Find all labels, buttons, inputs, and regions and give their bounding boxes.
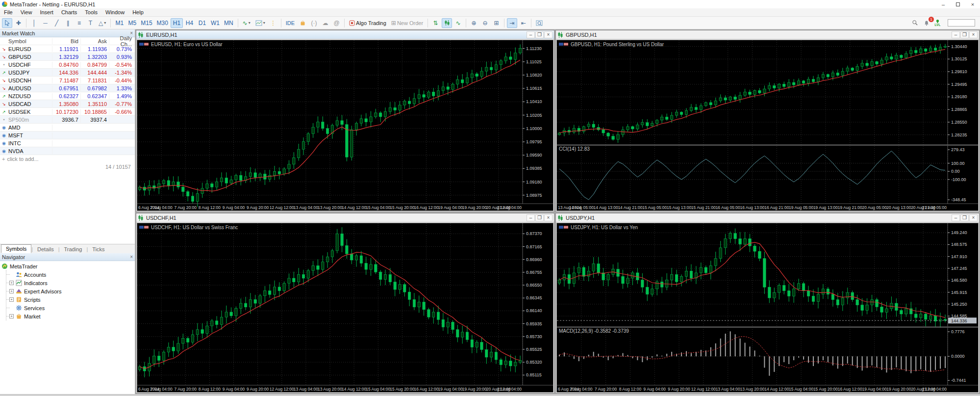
market-watch-row-audusd[interactable]: ↘AUDUSD0.679510.679821.33%: [0, 84, 135, 92]
timeframe-m15[interactable]: M15: [139, 18, 154, 28]
market-watch-row-usdcad[interactable]: ↘USDCAD1.350801.35110-0.77%: [0, 100, 135, 108]
timeframe-m1[interactable]: M1: [113, 18, 126, 28]
expand-icon[interactable]: +: [9, 297, 14, 302]
fibonacci-tool-button[interactable]: ≡: [74, 18, 84, 28]
shapes-tool-button[interactable]: △▾: [97, 18, 108, 28]
chart-canvas[interactable]: 0.873700.871650.869600.867550.865500.863…: [137, 223, 553, 393]
market-watch-row-eurusd[interactable]: ↘EURUSD1.119211.119360.73%: [0, 45, 135, 53]
sidebar-item-market[interactable]: +Market: [6, 312, 135, 320]
search-button[interactable]: [910, 18, 920, 28]
chart-close-button[interactable]: ×: [969, 31, 978, 38]
account-level-button[interactable]: LVL: [932, 18, 943, 28]
market-watch-row-usdsek[interactable]: ↗USDSEK10.1723010.18865-0.66%: [0, 108, 135, 116]
crosshair-tool-button[interactable]: ✚: [13, 18, 24, 28]
chart-close-button[interactable]: ×: [544, 214, 553, 221]
object-list-button[interactable]: ∿▾: [241, 18, 252, 28]
indicators-button[interactable]: ▾: [253, 18, 267, 28]
ide-button[interactable]: IDE: [284, 18, 297, 28]
market-watch-row-usdcnh[interactable]: ↘USDCNH7.114877.11831-0.44%: [0, 77, 135, 84]
timeframe-d1[interactable]: D1: [196, 18, 208, 28]
market-watch-add-row[interactable]: + click to add...: [0, 155, 135, 163]
chart-minimize-button[interactable]: –: [527, 214, 535, 221]
timeframe-mn[interactable]: MN: [222, 18, 235, 28]
signals-button[interactable]: (·): [309, 18, 319, 28]
channel-tool-button[interactable]: ∥: [63, 18, 73, 28]
market-watch-row-sp500m[interactable]: •SP500m3936.73937.4: [0, 116, 135, 124]
column-symbol[interactable]: Symbol: [8, 38, 52, 44]
zoom-out-button[interactable]: ⊖: [480, 18, 490, 28]
tab-details[interactable]: Details: [33, 245, 58, 253]
market-watch-row-msft[interactable]: ◉MSFT: [0, 132, 135, 139]
chart-window-eurusd[interactable]: EURUSD,H1 – ❐ × 1.112301.110251.108201.1…: [136, 30, 554, 212]
chart-profile-button[interactable]: [534, 18, 545, 28]
timeframe-m30[interactable]: M30: [155, 18, 170, 28]
chart-close-button[interactable]: ×: [969, 214, 978, 221]
chart-maximize-button[interactable]: ❐: [960, 31, 969, 38]
cloud-button[interactable]: ☁: [320, 18, 330, 28]
sidebar-item-expert-advisors[interactable]: +Expert Advisors: [6, 287, 135, 295]
chart-canvas[interactable]: 149.240148.575147.910147.245146.580145.9…: [556, 223, 979, 393]
menu-help[interactable]: Help: [128, 9, 148, 15]
zoom-in-button[interactable]: ⊕: [469, 18, 479, 28]
chart-maximize-button[interactable]: ❐: [960, 214, 969, 221]
chart-window-usdjpy[interactable]: USDJPY,H1 – ❐ × 149.240148.575147.910147…: [555, 213, 980, 394]
tile-windows-button[interactable]: ⊞: [491, 18, 502, 28]
chart-window-gbpusd[interactable]: GBPUSD,H1 – ❐ × 1.304401.301251.298101.2…: [555, 30, 980, 212]
sidebar-item-services[interactable]: Services: [6, 304, 135, 312]
chart-titlebar[interactable]: EURUSD,H1 – ❐ ×: [136, 30, 554, 39]
chart-titlebar[interactable]: GBPUSD,H1 – ❐ ×: [556, 30, 979, 39]
chart-window-usdchf[interactable]: USDCHF,H1 – ❐ × 0.873700.871650.869600.8…: [136, 213, 554, 394]
menu-view[interactable]: View: [17, 9, 36, 15]
market-watch-row-nvda[interactable]: ◉NVDA: [0, 147, 135, 155]
tab-symbols[interactable]: Symbols: [1, 244, 31, 253]
text-tool-button[interactable]: T: [85, 18, 96, 28]
timeframe-h4[interactable]: H4: [183, 18, 196, 28]
market-watch-row-nzdusd[interactable]: ↗NZDUSD0.623270.623471.49%: [0, 92, 135, 100]
notifications-button[interactable]: 1: [921, 18, 931, 28]
menu-charts[interactable]: Charts: [57, 9, 81, 15]
chart-minimize-button[interactable]: –: [952, 214, 960, 221]
navigator-root[interactable]: MetaTrader: [1, 262, 135, 270]
market-watch-column-header[interactable]: Symbol Bid Ask Daily Ch...: [0, 37, 135, 45]
column-ask[interactable]: Ask: [81, 38, 109, 44]
expand-icon[interactable]: +: [9, 281, 14, 285]
timeframe-w1[interactable]: W1: [209, 18, 222, 28]
new-order-button[interactable]: ⊞ New Order: [389, 18, 425, 28]
vertical-line-tool-button[interactable]: │: [29, 18, 39, 28]
trendline-tool-button[interactable]: ╱: [51, 18, 62, 28]
chart-maximize-button[interactable]: ❐: [535, 31, 544, 38]
sidebar-item-scripts[interactable]: +Scripts: [6, 295, 135, 304]
objects-dots-button[interactable]: ⋮: [268, 18, 278, 28]
chart-close-button[interactable]: ×: [544, 31, 553, 38]
timeframe-h1[interactable]: H1: [171, 18, 183, 28]
chart-canvas[interactable]: 1.304401.301251.298101.294951.291801.288…: [556, 40, 979, 211]
sidebar-item-accounts[interactable]: Accounts: [6, 270, 135, 279]
market-watch-row-amd[interactable]: ◉AMD: [0, 124, 135, 132]
auto-scroll-button[interactable]: ⇤: [518, 18, 528, 28]
chart-maximize-button[interactable]: ❐: [535, 214, 544, 221]
market-watch-row-usdchf[interactable]: •USDCHF0.847600.84799-0.54%: [0, 61, 135, 69]
chart-minimize-button[interactable]: –: [952, 31, 960, 38]
chart-canvas[interactable]: 1.112301.110251.108201.106151.104101.102…: [137, 40, 553, 211]
window-restore-button[interactable]: [951, 0, 965, 8]
chart-titlebar[interactable]: USDCHF,H1 – ❐ ×: [136, 213, 554, 222]
menu-insert[interactable]: Insert: [36, 9, 57, 15]
sidebar-item-indicators[interactable]: +Indicators: [6, 279, 135, 287]
expand-icon[interactable]: +: [9, 289, 14, 293]
chart-shift-button[interactable]: ⇥: [507, 18, 517, 28]
tab-trading[interactable]: Trading: [60, 245, 87, 253]
cursor-tool-button[interactable]: [2, 18, 12, 28]
market-watch-row-intc[interactable]: ◉INTC: [0, 139, 135, 147]
window-minimize-button[interactable]: –: [936, 0, 951, 8]
horizontal-line-tool-button[interactable]: ─: [40, 18, 50, 28]
line-view-button[interactable]: ∿: [453, 18, 463, 28]
menu-window[interactable]: Window: [101, 9, 128, 15]
toolbar-quick-input[interactable]: [948, 19, 975, 26]
chart-minimize-button[interactable]: –: [527, 31, 535, 38]
timeframe-m5[interactable]: M5: [126, 18, 138, 28]
market-watch-row-gbpusd[interactable]: ↘GBPUSD1.321291.322030.93%: [0, 53, 135, 61]
sort-button[interactable]: ⇅: [430, 18, 441, 28]
window-close-button[interactable]: ×: [965, 0, 980, 8]
community-button[interactable]: @: [331, 18, 342, 28]
menu-file[interactable]: File: [0, 9, 17, 15]
